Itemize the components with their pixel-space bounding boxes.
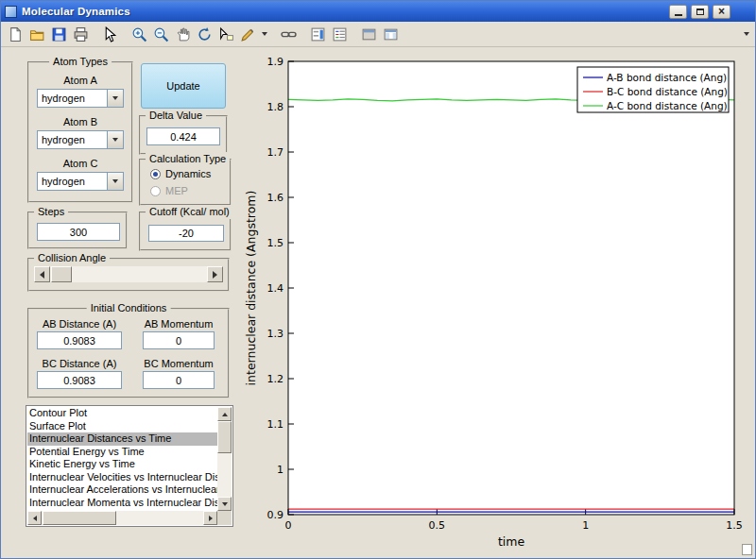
- atom-types-panel: Atom Types Atom A hydrogen Atom B hydrog…: [27, 61, 133, 203]
- toolbar: [1, 22, 755, 47]
- list-item[interactable]: Internuclear Velocities vs Internuclear …: [27, 471, 217, 484]
- hide-plot-tools-button[interactable]: [358, 24, 380, 44]
- y-tick-label: 1.1: [267, 418, 284, 431]
- list-item[interactable]: Kinetic Energy vs Time: [27, 458, 217, 471]
- radio-unselected-icon: [150, 186, 161, 196]
- data-cursor-icon: [218, 26, 234, 42]
- rotate-3d-button[interactable]: [194, 24, 215, 44]
- open-file-button[interactable]: [26, 24, 48, 44]
- resize-grip[interactable]: [742, 544, 752, 555]
- delta-value-field[interactable]: 0.424: [146, 127, 220, 145]
- hide-plot-tools-icon: [361, 26, 377, 42]
- slider-track[interactable]: [50, 266, 207, 282]
- plot-canvas[interactable]: 0.911.11.21.31.41.51.61.71.81.900.511.5t…: [243, 52, 756, 559]
- scroll-up-button[interactable]: [217, 407, 232, 421]
- scrollbar-corner: [217, 511, 232, 525]
- atom-b-dropdown[interactable]: hydrogen: [37, 130, 124, 149]
- arrow-right-icon: [213, 271, 217, 279]
- y-tick-label: 1.2: [267, 373, 284, 385]
- bc-momentum-field[interactable]: 0: [143, 371, 215, 389]
- save-figure-button[interactable]: [48, 24, 70, 44]
- minimize-icon: [675, 14, 682, 16]
- edit-plot-button[interactable]: [99, 24, 121, 44]
- arrow-right-icon: [209, 516, 213, 521]
- zoom-in-icon: [131, 26, 147, 42]
- app-window: Molecular Dynamics × Atom Types Atom A h…: [0, 0, 756, 559]
- list-item[interactable]: Contour Plot: [27, 407, 217, 420]
- bc-momentum-label: BC Momentum: [141, 358, 216, 369]
- collision-angle-panel: Collision Angle: [27, 258, 230, 292]
- legend[interactable]: A-B bond distance (Ang)B-C bond distance…: [577, 67, 729, 112]
- list-item[interactable]: Internuclear Momenta vs Internuclear Dis…: [27, 497, 217, 510]
- scroll-left-button[interactable]: [27, 511, 42, 525]
- bc-distance-label: BC Distance (A): [37, 358, 122, 369]
- cutoff-field[interactable]: -20: [148, 225, 224, 242]
- brush-button[interactable]: [237, 24, 259, 44]
- arrow-up-icon: [222, 413, 228, 416]
- ab-momentum-field[interactable]: 0: [143, 331, 215, 349]
- show-plot-tools-button[interactable]: [380, 24, 402, 44]
- list-item[interactable]: Internuclear Accelerations vs Internucle…: [27, 483, 217, 497]
- cutoff-panel: Cutoff (Kcal/ mol) -20: [139, 212, 232, 251]
- scroll-right-button[interactable]: [203, 511, 217, 525]
- atom-b-dropdown-button[interactable]: [107, 131, 123, 148]
- list-item[interactable]: Internuclear Distances vs Time: [27, 432, 217, 446]
- steps-field[interactable]: 300: [37, 223, 120, 241]
- y-tick-label: 1: [277, 464, 284, 476]
- save-figure-icon: [51, 26, 67, 42]
- horizontal-scroll-track[interactable]: [42, 511, 203, 525]
- legend-entry-label: B-C bond distance (Ang): [607, 86, 728, 97]
- title-bar[interactable]: Molecular Dynamics ×: [1, 1, 755, 22]
- legend-entry-label: A-B bond distance (Ang): [607, 72, 727, 83]
- close-button[interactable]: ×: [713, 5, 730, 19]
- slider-thumb[interactable]: [51, 266, 72, 282]
- pan-icon: [175, 26, 191, 42]
- vertical-scroll-track[interactable]: [217, 421, 232, 497]
- atom-a-dropdown[interactable]: hydrogen: [37, 89, 124, 108]
- maximize-button[interactable]: [691, 5, 709, 19]
- slider-left-button[interactable]: [34, 266, 50, 282]
- data-cursor-button[interactable]: [215, 24, 237, 44]
- minimize-button[interactable]: [669, 5, 687, 19]
- collision-angle-slider[interactable]: [34, 266, 223, 282]
- atom-c-dropdown-button[interactable]: [107, 173, 123, 190]
- link-plot-button[interactable]: [278, 24, 300, 44]
- ab-distance-field[interactable]: 0.9083: [37, 331, 122, 349]
- insert-colorbar-button[interactable]: [307, 24, 329, 44]
- arrow-left-icon: [33, 516, 37, 521]
- toolbar-overflow-button[interactable]: [744, 32, 749, 36]
- pan-button[interactable]: [172, 24, 194, 44]
- legend-entry-label: A-C bond distance (Ang): [607, 100, 728, 111]
- print-figure-button[interactable]: [70, 24, 92, 44]
- list-item[interactable]: Potential Energy vs Time: [27, 446, 217, 459]
- close-icon: ×: [718, 7, 725, 16]
- scroll-down-button[interactable]: [217, 497, 232, 511]
- collision-angle-title: Collision Angle: [34, 251, 110, 265]
- chevron-down-icon: [112, 96, 118, 100]
- atom-a-dropdown-button[interactable]: [107, 90, 123, 107]
- mep-radio[interactable]: MEP: [150, 185, 188, 196]
- atom-b-label: Atom B: [29, 116, 131, 127]
- listbox-vertical-scrollbar[interactable]: [217, 407, 232, 511]
- listbox-horizontal-scrollbar[interactable]: [27, 511, 217, 525]
- zoom-in-button[interactable]: [129, 24, 150, 44]
- show-plot-tools-icon: [383, 26, 399, 42]
- list-item[interactable]: Surface Plot: [27, 420, 217, 433]
- insert-legend-button[interactable]: [329, 24, 351, 44]
- vertical-scroll-thumb[interactable]: [217, 421, 232, 453]
- initial-conditions-title: Initial Conditions: [87, 301, 171, 315]
- new-figure-button[interactable]: [5, 24, 26, 44]
- zoom-out-button[interactable]: [150, 24, 172, 44]
- x-tick-label: 0: [285, 519, 292, 532]
- brush-icon: [240, 26, 256, 42]
- brush-dropdown-button[interactable]: [259, 24, 270, 44]
- slider-right-button[interactable]: [207, 266, 223, 282]
- horizontal-scroll-thumb[interactable]: [43, 511, 116, 525]
- plot-background: [288, 61, 734, 515]
- bc-distance-field[interactable]: 0.9083: [37, 371, 122, 389]
- initial-conditions-panel: Initial Conditions AB Distance (A) AB Mo…: [27, 308, 230, 398]
- atom-c-dropdown[interactable]: hydrogen: [37, 172, 124, 191]
- update-button[interactable]: Update: [141, 63, 226, 109]
- dynamics-radio[interactable]: Dynamics: [150, 168, 211, 179]
- ab-distance-label: AB Distance (A): [37, 318, 122, 330]
